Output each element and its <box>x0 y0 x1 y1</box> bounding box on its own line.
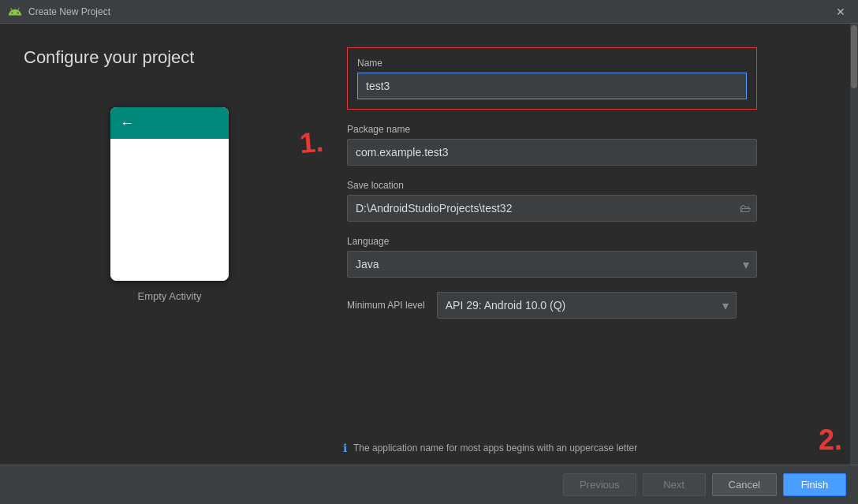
title-bar-left: Create New Project <box>8 5 110 19</box>
phone-body <box>110 139 229 281</box>
language-label: Language <box>347 236 842 247</box>
title-bar: Create New Project ✕ <box>0 0 858 24</box>
language-select[interactable]: Java Kotlin <box>347 251 757 278</box>
min-api-row: Minimum API level API 29: Android 10.0 (… <box>347 292 842 319</box>
name-field-container: Name <box>347 47 757 110</box>
close-button[interactable]: ✕ <box>831 4 850 20</box>
folder-icon[interactable]: 🗁 <box>740 202 751 215</box>
cancel-button[interactable]: Cancel <box>712 473 777 496</box>
scrollbar[interactable] <box>850 24 858 504</box>
step-annotation-2: 2. <box>819 424 842 457</box>
right-panel: Name Package name Save location 🗁 Langua… <box>331 24 858 504</box>
save-location-input[interactable] <box>347 195 757 222</box>
step-annotation-1: 1. <box>298 125 325 160</box>
info-message: The application name for most apps begin… <box>353 442 637 454</box>
package-name-label: Package name <box>347 124 842 135</box>
page-title: Configure your project <box>24 47 315 68</box>
language-group: Language Java Kotlin ▾ <box>347 236 842 278</box>
info-icon: ℹ <box>343 442 347 454</box>
left-panel: Configure your project ← Empty Activity <box>0 24 331 504</box>
language-select-wrapper: Java Kotlin ▾ <box>347 251 757 278</box>
package-name-group: Package name <box>347 124 842 166</box>
save-location-label: Save location <box>347 180 842 191</box>
min-api-select[interactable]: API 29: Android 10.0 (Q) API 30: Android… <box>437 292 737 319</box>
bottom-bar: Previous Next Cancel Finish <box>0 465 858 504</box>
scrollbar-thumb[interactable] <box>851 25 857 88</box>
finish-button[interactable]: Finish <box>783 473 846 496</box>
phone-header: ← <box>110 107 229 139</box>
next-button[interactable]: Next <box>643 473 706 496</box>
previous-button[interactable]: Previous <box>563 473 636 496</box>
activity-label: Empty Activity <box>138 290 202 302</box>
android-logo-icon <box>8 5 22 19</box>
main-content: Configure your project ← Empty Activity … <box>0 24 858 504</box>
save-location-group: Save location 🗁 <box>347 180 842 222</box>
name-label: Name <box>357 58 747 69</box>
package-name-input[interactable] <box>347 139 757 166</box>
title-text: Create New Project <box>28 6 110 17</box>
min-api-label: Minimum API level <box>347 300 425 311</box>
save-location-wrapper: 🗁 <box>347 195 757 222</box>
phone-preview-container: ← Empty Activity <box>24 107 315 302</box>
phone-preview: ← <box>110 107 229 281</box>
info-bar: ℹ The application name for most apps beg… <box>331 435 858 461</box>
back-arrow-icon: ← <box>120 115 134 132</box>
min-api-select-wrapper: API 29: Android 10.0 (Q) API 30: Android… <box>437 292 737 319</box>
name-input[interactable] <box>357 73 747 99</box>
